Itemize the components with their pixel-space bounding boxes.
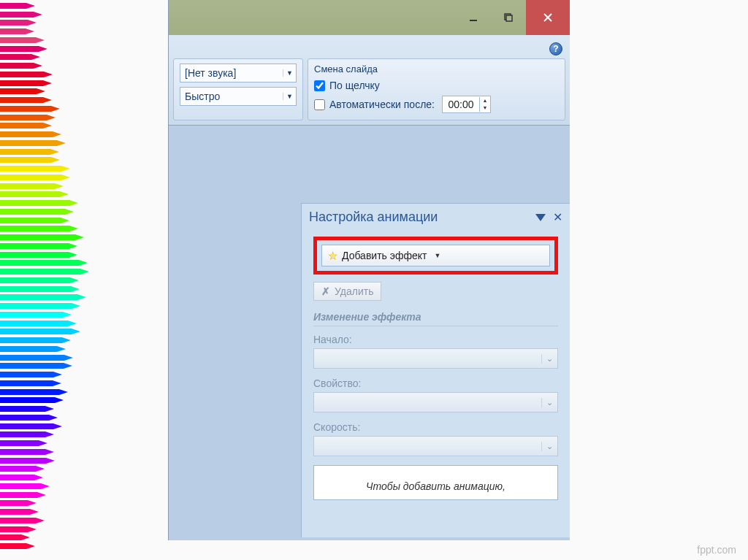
speed-label: Скорость: xyxy=(313,421,558,433)
sound-dropdown-value: [Нет звука] xyxy=(180,67,283,79)
chevron-down-icon: ▼ xyxy=(283,93,296,100)
chevron-down-icon: ⌄ xyxy=(541,354,557,364)
star-icon: ✮ xyxy=(328,249,337,263)
chevron-down-icon: ⌄ xyxy=(541,398,557,407)
panel-menu-icon[interactable] xyxy=(535,214,546,221)
speed-dropdown[interactable]: Быстро ▼ xyxy=(180,87,297,106)
add-effect-label: Добавить эффект xyxy=(342,250,427,261)
chevron-down-icon: ⌄ xyxy=(541,442,557,451)
maximize-button[interactable] xyxy=(491,0,526,35)
sound-dropdown[interactable]: [Нет звука] ▼ xyxy=(180,64,297,83)
start-label: Начало: xyxy=(313,334,558,345)
close-button[interactable] xyxy=(526,0,570,35)
panel-speed-dropdown[interactable]: ⌄ xyxy=(313,436,558,456)
ribbon: ? [Нет звука] ▼ Быстро ▼ Смена слайда xyxy=(169,35,570,126)
ribbon-group-slide-change: Смена слайда По щелчку Автоматически пос… xyxy=(308,58,565,120)
panel-close-icon[interactable]: ✕ xyxy=(553,210,562,224)
on-click-checkbox[interactable] xyxy=(314,80,325,91)
delete-label: Удалить xyxy=(335,285,373,297)
chevron-down-icon: ▼ xyxy=(434,252,440,259)
ribbon-group-transition: [Нет звука] ▼ Быстро ▼ xyxy=(173,58,303,120)
panel-title: Настройка анимации xyxy=(309,210,535,225)
auto-after-time-input[interactable]: 00:00 ▲▼ xyxy=(442,96,491,113)
auto-after-time-value: 00:00 xyxy=(443,99,479,110)
svg-rect-2 xyxy=(506,15,512,21)
group-title: Смена слайда xyxy=(314,64,559,77)
auto-after-checkbox[interactable] xyxy=(314,99,325,110)
animation-panel: Настройка анимации ✕ ✮ Добавить эффект ▼… xyxy=(301,203,570,537)
titlebar xyxy=(169,0,570,35)
minimize-button[interactable] xyxy=(456,0,491,35)
property-dropdown[interactable]: ⌄ xyxy=(313,392,558,413)
help-icon[interactable]: ? xyxy=(549,42,562,55)
speed-dropdown-value: Быстро xyxy=(180,91,283,102)
delete-button: ✗ Удалить xyxy=(313,282,381,301)
highlight-box: ✮ Добавить эффект ▼ xyxy=(313,237,558,275)
chevron-down-icon: ▼ xyxy=(283,69,296,77)
start-dropdown[interactable]: ⌄ xyxy=(313,348,558,369)
panel-header: Настройка анимации ✕ xyxy=(302,204,570,231)
on-click-label: По щелчку xyxy=(329,80,380,91)
watermark: fppt.com xyxy=(697,544,736,556)
delete-x-icon: ✗ xyxy=(321,285,330,297)
decorative-pencils xyxy=(0,0,95,557)
app-window: ? [Нет звука] ▼ Быстро ▼ Смена слайда xyxy=(168,0,570,540)
property-label: Свойство: xyxy=(313,377,558,389)
info-text: Чтобы добавить анимацию, xyxy=(313,465,558,500)
time-spinner[interactable]: ▲▼ xyxy=(479,97,490,112)
add-effect-button[interactable]: ✮ Добавить эффект ▼ xyxy=(321,245,550,266)
auto-after-label: Автоматически после: xyxy=(329,99,435,110)
effect-change-section-title: Изменение эффекта xyxy=(313,311,558,326)
